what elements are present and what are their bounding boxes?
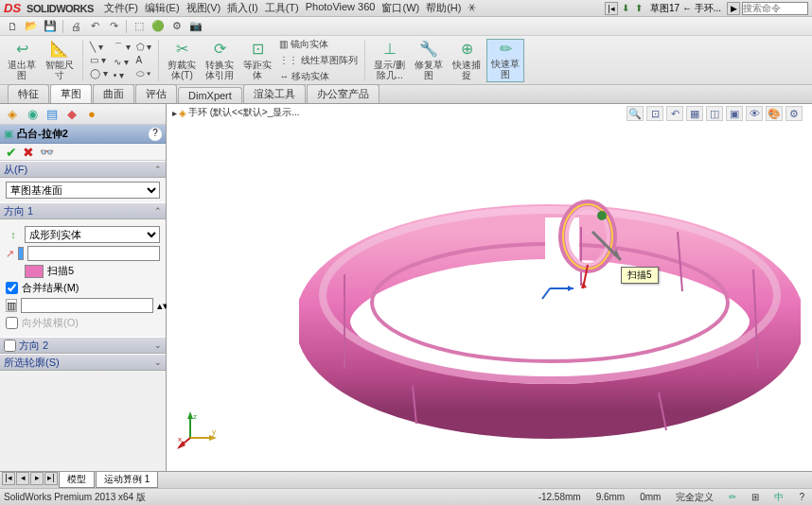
dimxpert-manager-icon[interactable]: ◆ — [63, 107, 80, 122]
move-tool[interactable]: ↔ 移动实体 — [277, 69, 360, 84]
search-input[interactable] — [742, 2, 808, 15]
dir2-checkbox[interactable] — [4, 340, 16, 352]
menu-help[interactable]: 帮助(H) — [423, 0, 464, 16]
undo-icon[interactable]: ↶ — [86, 19, 103, 34]
convert-button[interactable]: ⟳转换实 体引用 — [202, 39, 238, 82]
from-combo[interactable]: 草图基准面 — [6, 182, 160, 199]
zoom-area-icon[interactable]: ⊡ — [646, 106, 663, 121]
trim-button[interactable]: ✂剪裁实 体(T) — [164, 39, 200, 82]
direction-input[interactable] — [27, 246, 160, 261]
screen-capture-icon[interactable]: 📷 — [187, 19, 204, 34]
tab-evaluate[interactable]: 评估 — [135, 84, 177, 103]
open-icon[interactable]: 📂 — [23, 19, 40, 34]
save-icon[interactable]: 💾 — [42, 19, 59, 34]
smart-dimension-button[interactable]: 📐智能尺 寸 — [42, 39, 78, 82]
draft-icon[interactable]: ▥ — [6, 299, 17, 312]
rapid-snap-button[interactable]: ⊕快速捕 捉 — [449, 39, 485, 82]
btab-last-icon[interactable]: ▸| — [44, 472, 58, 485]
menu-file[interactable]: 文件(F) — [101, 0, 141, 16]
status-lang-icon[interactable]: 中 — [770, 491, 787, 504]
app-name: SOLIDWORKS — [26, 3, 94, 14]
offset-button[interactable]: ⊡等距实 体 — [239, 39, 275, 82]
btab-prev-icon[interactable]: ◂ — [16, 472, 29, 485]
text-tool[interactable]: A — [134, 54, 154, 66]
options-icon[interactable]: ⚙ — [168, 19, 185, 34]
tab-features[interactable]: 特征 — [8, 84, 49, 103]
spline-tool[interactable]: ∿ ▾ — [112, 56, 132, 68]
help-icon[interactable]: ? — [149, 128, 162, 141]
cancel-button[interactable]: ✖ — [23, 145, 34, 160]
rebuild-icon[interactable]: 🟢 — [150, 19, 167, 34]
nav-prev-icon[interactable]: ⬇ — [620, 3, 631, 13]
property-manager-icon[interactable]: ◉ — [24, 107, 41, 122]
rapid-sketch-button[interactable]: ✏快速草 图 — [486, 39, 524, 82]
search-run-icon[interactable]: ▶ — [727, 2, 740, 15]
appearance-icon[interactable]: 🎨 — [766, 106, 783, 121]
draft-outward-checkbox[interactable] — [6, 317, 18, 329]
polygon-tool[interactable]: ⬠ ▾ — [134, 41, 154, 53]
tab-render[interactable]: 渲染工具 — [243, 84, 306, 103]
breadcrumb-text[interactable]: 手环 (默认<<默认>_显示... — [188, 106, 300, 119]
status-edit-sketch-icon[interactable]: ✏ — [725, 492, 740, 502]
config-manager-icon[interactable]: ▤ — [44, 107, 61, 122]
graphics-viewport[interactable]: ▸ ◈ 手环 (默认<<默认>_显示... 🔍 ⊡ ↶ ▦ ◫ ▣ 👁 🎨 ⚙ — [167, 104, 812, 471]
tab-surface[interactable]: 曲面 — [93, 84, 134, 103]
btab-motion[interactable]: 运动算例 1 — [96, 472, 158, 488]
section-selected-contours[interactable]: 所选轮廓(S)⌄ — [0, 354, 166, 371]
direction-field[interactable] — [18, 247, 24, 260]
trim-icon: ✂ — [171, 41, 192, 59]
dir1-type-combo[interactable]: 成形到实体 — [25, 226, 160, 243]
menu-insert[interactable]: 插入(I) — [224, 0, 260, 16]
exit-sketch-button[interactable]: ↩退出草 图 — [4, 39, 40, 82]
feature-tree-icon[interactable]: ◈ — [4, 107, 21, 122]
repair-sketch-button[interactable]: 🔧修复草 图 — [411, 39, 447, 82]
arc-tool[interactable]: ⌒ ▾ — [112, 40, 132, 55]
section-view-icon[interactable]: ▦ — [686, 106, 703, 121]
btab-next-icon[interactable]: ▸ — [30, 472, 44, 485]
detailed-preview-icon[interactable]: 👓 — [40, 146, 54, 159]
draft-angle-input[interactable] — [21, 298, 153, 313]
tree-expand-icon[interactable]: ▸ — [172, 108, 177, 118]
direction-vector-icon[interactable]: ↗ — [6, 247, 14, 260]
menu-view[interactable]: 视图(V) — [184, 0, 224, 16]
tab-dimxpert[interactable]: DimXpert — [178, 87, 242, 103]
status-help-icon[interactable]: ? — [795, 492, 808, 502]
new-icon[interactable]: 🗋 — [4, 19, 21, 34]
menu-photoview[interactable]: PhotoView 360 — [303, 0, 379, 16]
reverse-dir-icon[interactable]: ↕ — [6, 228, 21, 241]
section-from[interactable]: 从(F)⌃ — [0, 161, 166, 178]
merge-result-checkbox[interactable] — [6, 282, 18, 294]
point-tool[interactable]: • ▾ — [112, 69, 132, 81]
section-dir2[interactable]: 方向 2⌄ — [0, 337, 166, 354]
nav-next-icon[interactable]: ⬆ — [633, 3, 644, 13]
menu-tools[interactable]: 工具(T) — [262, 0, 302, 16]
ok-button[interactable]: ✔ — [6, 145, 17, 160]
display-delete-button[interactable]: ⊥显示/删 除几... — [370, 39, 409, 82]
select-icon[interactable]: ⬚ — [131, 19, 148, 34]
hide-show-icon[interactable]: 👁 — [746, 106, 763, 121]
print-icon[interactable]: 🖨 — [67, 19, 84, 34]
line-tool[interactable]: ╲ ▾ — [88, 41, 110, 53]
prev-view-icon[interactable]: ↶ — [666, 106, 683, 121]
ellipse-tool[interactable]: ⬭ ▾ — [134, 67, 154, 80]
nav-first-icon[interactable]: |◂ — [605, 2, 618, 15]
status-unit-icon[interactable]: ⊞ — [748, 492, 763, 502]
menu-pin-icon[interactable]: ⚹ — [465, 0, 479, 16]
redo-icon[interactable]: ↷ — [105, 19, 122, 34]
btab-first-icon[interactable]: |◂ — [2, 472, 15, 485]
menu-edit[interactable]: 编辑(E) — [142, 0, 183, 16]
view-orient-icon[interactable]: ◫ — [706, 106, 723, 121]
display-manager-icon[interactable]: ● — [83, 107, 100, 122]
tab-office[interactable]: 办公室产品 — [307, 84, 380, 103]
section-dir1[interactable]: 方向 1⌃ — [0, 202, 166, 219]
btab-model[interactable]: 模型 — [59, 472, 95, 488]
tab-sketch[interactable]: 草图 — [50, 84, 92, 103]
display-style-icon[interactable]: ▣ — [726, 106, 743, 121]
rect-tool[interactable]: ▭ ▾ — [88, 54, 110, 66]
zoom-fit-icon[interactable]: 🔍 — [627, 106, 644, 121]
menu-window[interactable]: 窗口(W) — [379, 0, 422, 16]
scene-icon[interactable]: ⚙ — [786, 106, 803, 121]
mirror-tool[interactable]: ▥ 镜向实体 — [277, 37, 360, 52]
pattern-tool[interactable]: ⋮⋮ 线性草图阵列 — [277, 53, 360, 68]
circle-tool[interactable]: ◯ ▾ — [88, 67, 110, 79]
